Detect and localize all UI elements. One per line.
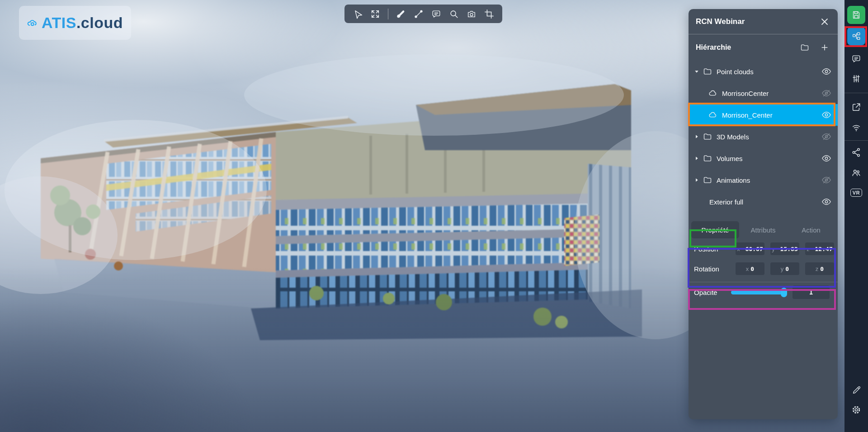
visibility-on-button[interactable] (821, 197, 831, 207)
position-x-value: -60.67 (742, 246, 763, 252)
comments-button[interactable] (847, 50, 865, 68)
gear-icon (851, 405, 861, 415)
add-folder-button[interactable] (799, 42, 811, 53)
visibility-off-button[interactable] (821, 88, 831, 98)
screenshot-tool-button[interactable] (465, 7, 478, 21)
search-tool-button[interactable] (447, 7, 461, 21)
caret-down-icon[interactable] (693, 68, 700, 75)
folder-icon (703, 176, 712, 185)
tree-item-label: Exterior full (709, 198, 821, 206)
axis-x-label: x (737, 246, 740, 252)
paint-tool-button[interactable] (394, 7, 408, 21)
navigate-icon (353, 9, 363, 19)
hierarchy-header: Hiérarchie (689, 34, 838, 61)
edit-button[interactable] (847, 381, 865, 399)
panel-close-button[interactable] (819, 16, 830, 28)
app-sidebar: VR (844, 0, 868, 432)
visibility-off-button[interactable] (821, 132, 831, 142)
tree-item-label: 3D Models (717, 133, 821, 141)
rotation-z-field[interactable]: z 0 (805, 262, 834, 275)
comment-icon (431, 9, 441, 19)
external-link-icon (851, 102, 861, 112)
caret-right-icon[interactable] (693, 155, 700, 162)
vr-badge: VR (850, 189, 862, 197)
tree-item-morrison-center[interactable]: Morrison_Center (689, 104, 838, 126)
scene-panel: RCN Webinar Hiérarchie Point cloudsMorri… (689, 9, 838, 419)
tree-item-volumes[interactable]: Volumes (689, 147, 838, 169)
caret-down-icon (694, 69, 699, 74)
panel-header: RCN Webinar (689, 9, 838, 34)
cloud-logo-icon (27, 13, 37, 33)
external-link-button[interactable] (847, 98, 865, 116)
opacity-value-field[interactable]: 1 (793, 285, 830, 299)
axis-z-label: z (816, 266, 819, 272)
folder-icon (800, 43, 809, 52)
tab-propriete[interactable]: Propriété (691, 221, 739, 238)
vr-mode-button[interactable]: VR (847, 184, 865, 202)
pencil-icon (851, 385, 861, 395)
point-cloud-icon (708, 110, 717, 119)
eye-icon (821, 197, 831, 207)
axis-y-label: y (781, 266, 784, 272)
paint-brush-icon (396, 9, 406, 19)
rotation-y-field[interactable]: y 0 (770, 262, 799, 275)
eye-off-icon (821, 132, 831, 142)
tree-item-morrisoncenter[interactable]: MorrisonCenter (689, 82, 838, 104)
comment-tool-button[interactable] (429, 7, 443, 21)
point-cloud-icon (708, 110, 717, 119)
adjustments-button[interactable] (847, 70, 865, 88)
sidebar-divider (844, 140, 868, 141)
position-x-field[interactable]: x -60.67 (736, 242, 764, 255)
app-logo: ATIS.cloud (19, 6, 131, 40)
tab-attributs[interactable]: Attributs (739, 221, 787, 238)
plus-icon (820, 43, 829, 52)
share-button[interactable] (847, 143, 865, 161)
rotation-y-value: 0 (785, 266, 789, 272)
save-button[interactable] (847, 6, 865, 24)
axis-x-label: x (746, 266, 749, 272)
point-cloud-icon (708, 89, 717, 98)
visibility-off-button[interactable] (821, 175, 831, 185)
fullscreen-tool-button[interactable] (368, 7, 382, 21)
caret-right-icon[interactable] (693, 133, 700, 140)
visibility-on-button[interactable] (821, 153, 831, 163)
sidebar-divider (844, 93, 868, 93)
tree-item-exterior-full[interactable]: Exterior full (689, 191, 838, 213)
caret-right-icon (694, 134, 699, 139)
tree-item-3d-models[interactable]: 3D Models (689, 126, 838, 147)
tab-action[interactable]: Action (787, 221, 835, 238)
tree-item-point-clouds[interactable]: Point clouds (689, 61, 838, 82)
axis-z-label: z (807, 246, 810, 252)
toolbar-divider (388, 9, 388, 19)
position-z-field[interactable]: z -12.47 (805, 242, 834, 255)
opacity-slider[interactable] (731, 290, 786, 294)
visibility-on-button[interactable] (821, 110, 831, 120)
folder-icon (703, 154, 712, 163)
viewer-toolbar (344, 5, 502, 23)
crop-tool-button[interactable] (482, 7, 496, 21)
measure-tool-button[interactable] (412, 7, 425, 21)
add-item-button[interactable] (819, 42, 830, 53)
fullscreen-icon (370, 9, 380, 19)
hierarchy-tree: Point cloudsMorrisonCenterMorrison_Cente… (689, 61, 838, 213)
close-icon (821, 18, 829, 26)
folder-icon (703, 132, 712, 141)
eye-off-icon (821, 175, 831, 185)
hierarchy-panel-button[interactable] (847, 27, 865, 45)
logo-text: ATIS.cloud (42, 14, 123, 32)
navigate-tool-button[interactable] (351, 7, 364, 21)
folder-icon (703, 132, 712, 141)
users-button[interactable] (847, 164, 865, 182)
tree-item-animations[interactable]: Animations (689, 169, 838, 191)
rotation-x-field[interactable]: x 0 (736, 262, 764, 275)
position-row: Position x -60.67 y -15.83 z -12.47 (689, 239, 838, 258)
position-y-field[interactable]: y -15.83 (770, 242, 799, 255)
settings-button[interactable] (847, 401, 865, 419)
opacity-slider-thumb[interactable] (781, 288, 787, 297)
visibility-on-button[interactable] (821, 66, 831, 76)
network-status-button[interactable] (847, 119, 865, 137)
camera-icon (467, 9, 476, 19)
caret-right-icon[interactable] (693, 176, 700, 184)
tree-item-label: Point clouds (717, 68, 821, 76)
users-icon (851, 168, 861, 178)
